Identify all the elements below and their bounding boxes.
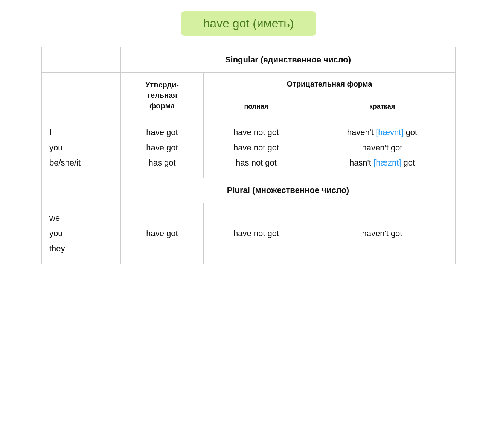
plural-negative-short: haven't got <box>309 203 456 264</box>
neg-full-2: have not got <box>233 143 279 152</box>
singular-empty-cell <box>42 47 121 73</box>
plural-pronouns: we you they <box>42 203 121 264</box>
negative-group-header: Отрицательная форма <box>204 73 456 96</box>
neg-short-2: haven't got <box>362 143 402 152</box>
plural-affirmative: have got <box>121 203 204 264</box>
pronoun-you: you <box>49 143 63 152</box>
pronoun-I: I <box>49 128 52 137</box>
singular-pronoun-block: I you be/she/it <box>49 125 113 171</box>
pronoun-you-pl: you <box>49 229 63 238</box>
plural-negative-full: have not got <box>204 203 309 264</box>
title-badge: have got (иметь) <box>181 11 317 36</box>
neg-short-1: haven't [hævnt] got <box>347 128 417 137</box>
pronoun-header-empty <box>42 73 121 96</box>
singular-label: Singular (единственное число) <box>121 47 456 73</box>
neg-full-1: have not got <box>233 128 279 137</box>
plural-pronoun-block: we you they <box>49 211 113 257</box>
affirmative-header: Утверди-тельнаяформа <box>121 73 204 118</box>
main-table: Singular (единственное число) Утверди-те… <box>41 47 456 264</box>
plural-empty-cell <box>42 178 121 203</box>
singular-negative-full: have not got have not got has not got <box>204 118 309 178</box>
pronoun-sub-header-empty <box>42 96 121 118</box>
neg-short-3: hasn't [hæznt] got <box>349 158 415 167</box>
singular-affirmative-block: have got have got has got <box>128 125 196 171</box>
plural-data-row: we you they have got have not got haven'… <box>42 203 456 264</box>
pronoun-we: we <box>49 213 60 223</box>
pronoun-they: they <box>49 244 65 253</box>
aff-have-got-2: have got <box>146 143 178 152</box>
singular-affirmative: have got have got has got <box>121 118 204 178</box>
aff-has-got: has got <box>148 158 175 167</box>
singular-neg-short-block: haven't [hævnt] got haven't got hasn't [… <box>317 125 448 171</box>
phonetic-haeznt: [hæznt] <box>374 158 401 167</box>
page-wrapper: have got (иметь) Singular (единственное … <box>41 11 456 264</box>
plural-section-header: Plural (множественное число) <box>42 178 456 203</box>
singular-negative-short: haven't [hævnt] got haven't got hasn't [… <box>309 118 456 178</box>
pronoun-he-she-it: be/she/it <box>49 158 81 167</box>
plural-label: Plural (множественное число) <box>121 178 456 203</box>
negative-full-sub-header: полная <box>204 96 309 118</box>
sub-sub-header-row: полная краткая <box>42 96 456 118</box>
singular-pronouns: I you be/she/it <box>42 118 121 178</box>
singular-neg-full-block: have not got have not got has not got <box>211 125 301 171</box>
aff-have-got-1: have got <box>146 128 178 137</box>
singular-data-row: I you be/she/it have got have got has go… <box>42 118 456 178</box>
title-container: have got (иметь) <box>41 11 456 36</box>
neg-full-3: has not got <box>236 158 277 167</box>
singular-section-header: Singular (единственное число) <box>42 47 456 73</box>
negative-short-sub-header: краткая <box>309 96 456 118</box>
phonetic-haevnt: [hævnt] <box>376 128 403 137</box>
sub-header-row: Утверди-тельнаяформа Отрицательная форма <box>42 73 456 96</box>
